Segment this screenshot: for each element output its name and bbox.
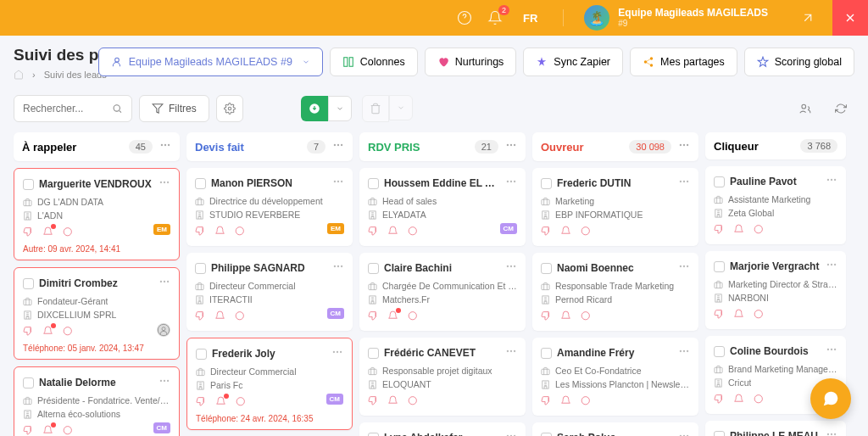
message-icon[interactable] [407,394,418,410]
help-icon[interactable] [457,10,472,25]
users-icon[interactable] [792,95,819,122]
download-menu[interactable] [328,96,352,121]
prospect-card[interactable]: Philippe SAGNARD Directeur Commercial IT… [186,253,353,331]
download-button[interactable] [301,96,328,121]
chat-fab[interactable] [810,378,851,419]
checkbox[interactable] [368,433,379,437]
checkbox[interactable] [195,178,206,189]
prospect-card[interactable]: Marguerite VENDROUX DG L'ADN DATA L'ADN … [14,168,180,260]
bell-icon[interactable] [733,393,744,408]
sync-zapier-button[interactable]: Sync Zapier [523,48,623,76]
checkbox[interactable] [541,433,552,437]
card-menu-icon[interactable] [505,260,517,276]
card-menu-icon[interactable] [159,276,170,291]
card-menu-icon[interactable] [332,260,344,276]
card-menu-icon[interactable] [159,176,170,192]
card-menu-icon[interactable] [678,430,690,436]
card-menu-icon[interactable] [678,176,690,191]
bell-icon[interactable] [215,395,226,411]
dislike-icon[interactable] [541,310,552,325]
prospect-card[interactable]: Manon PIERSON Directrice du développemen… [186,168,353,246]
scoring-button[interactable]: Scoring global [744,48,854,76]
bell-icon[interactable]: 2 [487,10,503,25]
bell-icon[interactable] [387,394,398,410]
dislike-icon[interactable] [23,226,34,241]
card-menu-icon[interactable] [678,345,690,361]
close-button[interactable] [832,0,868,36]
language-selector[interactable]: FR [523,12,537,25]
filters-button[interactable]: Filtres [139,95,209,122]
dislike-icon[interactable] [714,223,725,238]
message-icon[interactable] [407,310,418,325]
bell-icon[interactable] [733,308,744,323]
card-menu-icon[interactable] [332,176,344,191]
dislike-icon[interactable] [195,310,206,325]
message-icon[interactable] [62,424,73,436]
prospect-card[interactable]: Frederic DUTIN Marketing EBP INFORMATIQU… [532,168,698,246]
checkbox[interactable] [368,178,379,189]
checkbox[interactable] [541,178,552,189]
bell-icon[interactable] [387,310,398,325]
refresh-icon[interactable] [827,95,854,122]
team-menu[interactable]: 🏝️ Equipe Magileads MAGILEADS #9 [584,5,768,31]
nurturings-button[interactable]: Nurturings [425,48,517,76]
card-menu-icon[interactable] [505,176,517,191]
dislike-icon[interactable] [541,394,552,410]
search-input[interactable] [14,95,132,122]
dislike-icon[interactable] [195,225,206,240]
message-icon[interactable] [234,225,245,240]
prospect-card[interactable]: Claire Bachini Chargée De Communication … [359,253,526,331]
card-menu-icon[interactable] [826,259,837,274]
prospect-card[interactable]: Houssem Eddine EL Ayadi Head of sales EL… [359,168,526,246]
column-menu-icon[interactable] [505,139,517,154]
home-icon[interactable] [14,70,24,80]
prospect-card[interactable]: Lyna Abdelkafar [359,422,526,436]
trash-menu[interactable] [389,95,413,120]
message-icon[interactable] [234,310,245,325]
checkbox[interactable] [23,278,34,289]
prospect-card[interactable]: Pauline Pavot Assistante Marketing Zeta … [705,166,846,244]
card-menu-icon[interactable] [505,430,517,436]
card-menu-icon[interactable] [678,260,690,276]
prospect-card[interactable]: Naomi Boennec Responsable Trade Marketin… [532,253,698,331]
dislike-icon[interactable] [368,394,379,410]
team-selector-button[interactable]: Equipe Magileads MAGILEADS #9 [98,48,323,76]
dislike-icon[interactable] [196,395,207,411]
prospect-card[interactable]: Sarah Polus [532,422,698,436]
message-icon[interactable] [62,325,73,340]
bell-icon[interactable] [387,225,398,240]
card-menu-icon[interactable] [505,345,517,361]
dislike-icon[interactable] [541,225,552,240]
trash-button[interactable] [362,95,389,122]
checkbox[interactable] [714,431,725,437]
bell-icon[interactable] [42,226,53,241]
checkbox[interactable] [714,346,725,357]
bell-icon[interactable] [560,310,571,325]
checkbox[interactable] [714,176,725,187]
bell-icon[interactable] [560,394,571,410]
message-icon[interactable] [235,395,246,411]
message-icon[interactable] [580,310,591,325]
dislike-icon[interactable] [368,225,379,240]
prospect-card[interactable]: Marjorie Vergracht Marketing Director & … [705,251,846,329]
checkbox[interactable] [23,179,34,190]
message-icon[interactable] [580,394,591,410]
card-menu-icon[interactable] [331,346,343,361]
message-icon[interactable] [580,225,591,240]
checkbox[interactable] [196,349,207,360]
column-menu-icon[interactable] [159,139,171,154]
checkbox[interactable] [541,263,552,274]
prospect-card[interactable]: Frederik Joly Directeur Commercial Paris… [186,338,353,430]
dislike-icon[interactable] [714,393,725,408]
column-menu-icon[interactable] [678,139,690,154]
prospect-card[interactable]: Natalie Delorme Présidente - Fondatrice.… [14,366,180,436]
prospect-card[interactable]: Dimitri Crombez Fondateur-Gérant DIXCELL… [14,267,180,360]
dislike-icon[interactable] [23,424,34,436]
checkbox[interactable] [23,377,34,388]
bell-icon[interactable] [733,223,744,238]
message-icon[interactable] [407,225,418,240]
column-menu-icon[interactable] [332,139,344,154]
checkbox[interactable] [541,348,552,359]
prospect-card[interactable]: Amandine Fréry Ceo Et Co-Fondatrice Les … [532,338,698,416]
prospect-card[interactable]: Philippe LE MEAU [705,421,846,436]
